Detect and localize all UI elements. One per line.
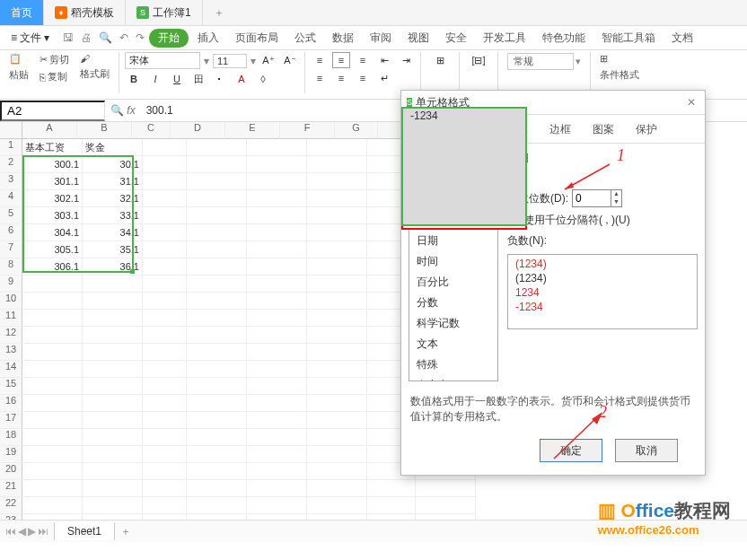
row-header[interactable]: 22 <box>0 497 22 514</box>
negative-list[interactable]: (1234)(1234)1234-1234-1234 <box>507 254 698 329</box>
tab-pattern[interactable]: 图案 <box>583 118 624 143</box>
category-list[interactable]: 常规数值货币会计专用日期时间百分比分数科学记数文本特殊自定义 <box>409 168 498 381</box>
cell[interactable] <box>187 361 247 378</box>
wrap-icon[interactable]: ↵ <box>375 70 393 86</box>
cell[interactable] <box>22 497 83 514</box>
cell[interactable] <box>247 327 307 344</box>
number-format-select[interactable]: 常规 <box>507 53 574 70</box>
cell[interactable]: 奖金 <box>83 139 143 156</box>
row-header[interactable]: 11 <box>0 310 22 327</box>
row-header[interactable]: 7 <box>0 241 22 258</box>
menu-view[interactable]: 视图 <box>400 29 436 48</box>
tab-templates[interactable]: ♦稻壳模板 <box>44 0 126 25</box>
cell[interactable] <box>247 412 307 429</box>
cell[interactable] <box>187 293 247 310</box>
cell[interactable] <box>143 310 187 327</box>
thousand-sep-checkbox[interactable] <box>507 214 520 227</box>
cell[interactable] <box>247 258 307 276</box>
tab-border[interactable]: 边框 <box>540 118 581 143</box>
cell[interactable] <box>307 207 367 224</box>
cell[interactable] <box>307 293 367 310</box>
cond-format-icon[interactable]: ⊞ <box>596 52 643 66</box>
row-header[interactable]: 19 <box>0 446 22 463</box>
cell[interactable] <box>416 480 476 497</box>
cell[interactable] <box>247 190 307 207</box>
cell[interactable] <box>143 344 187 361</box>
cell[interactable] <box>22 378 83 395</box>
cell[interactable] <box>22 344 83 361</box>
category-item[interactable]: 常规 <box>409 169 497 189</box>
font-color-button[interactable]: A <box>233 71 250 87</box>
font-name-select[interactable]: 宋体 <box>125 52 200 69</box>
row-header[interactable]: 8 <box>0 258 22 276</box>
undo-icon[interactable]: ↶ <box>117 31 131 44</box>
ok-button[interactable]: 确定 <box>540 439 602 462</box>
cell[interactable] <box>143 173 187 190</box>
cell[interactable] <box>367 480 416 497</box>
cell[interactable]: 305.1 <box>22 241 83 258</box>
save-icon[interactable]: 🖫 <box>60 31 76 44</box>
cell[interactable] <box>307 156 367 173</box>
cell[interactable] <box>247 446 307 463</box>
cell[interactable] <box>22 327 83 344</box>
menu-formula[interactable]: 公式 <box>287 29 323 48</box>
cell[interactable] <box>83 310 143 327</box>
cell[interactable] <box>307 139 367 156</box>
cell[interactable] <box>83 412 143 429</box>
row-header[interactable]: 3 <box>0 173 22 190</box>
cell[interactable] <box>247 378 307 395</box>
menu-dev[interactable]: 开发工具 <box>476 29 533 48</box>
cell[interactable] <box>143 139 187 156</box>
merge-button[interactable]: ⊞ <box>426 52 453 68</box>
cell[interactable] <box>187 463 247 480</box>
increase-font-icon[interactable]: A⁺ <box>259 53 277 69</box>
cell[interactable] <box>247 207 307 224</box>
cell[interactable] <box>187 395 247 412</box>
row-header[interactable]: 12 <box>0 327 22 344</box>
cell[interactable] <box>307 361 367 378</box>
menu-toolbox[interactable]: 智能工具箱 <box>594 29 663 48</box>
row-header[interactable]: 1 <box>0 139 22 156</box>
cell[interactable] <box>22 361 83 378</box>
cell[interactable] <box>307 446 367 463</box>
cell[interactable] <box>143 480 187 497</box>
decrease-font-icon[interactable]: A⁻ <box>281 53 299 69</box>
menu-start[interactable]: 开始 <box>149 29 189 48</box>
sheet-nav-first-icon[interactable]: ⏮ <box>5 525 16 538</box>
cell[interactable]: 302.1 <box>22 190 83 207</box>
cell[interactable] <box>307 412 367 429</box>
cell[interactable] <box>187 497 247 514</box>
cell[interactable]: 30.1 <box>83 156 143 173</box>
cell[interactable] <box>143 156 187 173</box>
category-item[interactable]: 特殊 <box>409 354 497 375</box>
cell[interactable] <box>83 293 143 310</box>
cell[interactable] <box>307 395 367 412</box>
cell[interactable] <box>83 378 143 395</box>
cell[interactable] <box>247 276 307 293</box>
cell[interactable] <box>247 361 307 378</box>
cell[interactable] <box>247 463 307 480</box>
cell[interactable] <box>247 344 307 361</box>
tab-workbook[interactable]: S工作簿1 <box>126 0 203 25</box>
cell[interactable] <box>247 139 307 156</box>
painter-button[interactable]: 🖌 <box>76 52 113 65</box>
col-header[interactable]: E <box>225 122 280 139</box>
row-header[interactable]: 2 <box>0 156 22 173</box>
cell[interactable] <box>187 480 247 497</box>
row-header[interactable]: 20 <box>0 463 22 480</box>
tab-number[interactable]: 数字 <box>409 118 452 143</box>
category-item[interactable]: 自定义 <box>409 375 497 381</box>
row-header[interactable]: 15 <box>0 378 22 395</box>
decimals-spinner[interactable]: ▲▼ <box>572 189 622 207</box>
cell[interactable] <box>187 446 247 463</box>
sheet-nav-next-icon[interactable]: ▶ <box>28 525 36 538</box>
category-item[interactable]: 日期 <box>409 231 497 251</box>
menu-layout[interactable]: 页面布局 <box>228 29 286 48</box>
cell[interactable] <box>187 258 247 276</box>
category-item[interactable]: 时间 <box>409 251 497 272</box>
cut-button[interactable]: ✂ 剪切 <box>36 52 73 67</box>
row-header[interactable]: 21 <box>0 480 22 497</box>
cell[interactable] <box>307 258 367 276</box>
cell[interactable] <box>307 429 367 446</box>
close-icon[interactable]: ✕ <box>683 94 699 110</box>
